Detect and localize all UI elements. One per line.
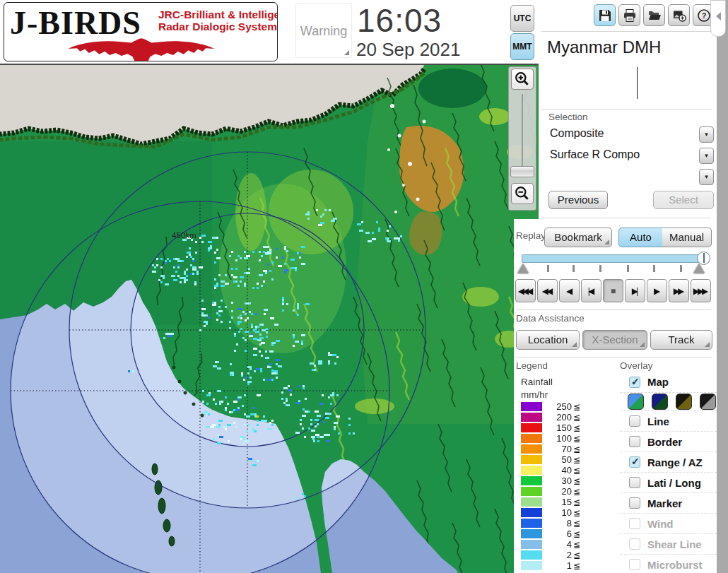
divider [541, 218, 711, 218]
step-last-button[interactable]: ▶| [625, 279, 645, 302]
legend-row: 1≦ [521, 560, 580, 571]
warning-button[interactable]: Warning [295, 3, 352, 58]
help-icon: ? [697, 8, 711, 23]
zoom-in-icon [515, 71, 530, 87]
legend-row: 4≦ [521, 539, 580, 550]
overlay-item-label: Lati / Long [647, 477, 701, 489]
lte-symbol: ≦ [573, 561, 580, 571]
legend-swatch [521, 529, 542, 538]
lte-symbol: ≦ [573, 434, 580, 444]
print-button[interactable] [618, 4, 640, 26]
dropdown-extra: ▼ [548, 167, 714, 187]
legend-swatch [521, 476, 542, 485]
legend-row: 6≦ [521, 528, 580, 539]
legend-row: 250≦ [521, 401, 580, 412]
location-button[interactable]: Location [516, 330, 580, 350]
step-first-button[interactable]: |◀ [581, 279, 601, 302]
zoom-in-button[interactable] [511, 69, 534, 90]
legend-swatch [521, 487, 542, 496]
lte-symbol: ≦ [573, 487, 580, 497]
legend-row: 150≦ [521, 423, 580, 433]
print-icon [623, 8, 637, 23]
save-button[interactable] [594, 4, 616, 26]
style-black-gray[interactable] [700, 394, 716, 410]
auto-mode-button[interactable]: Auto [618, 228, 663, 247]
overlay-row-range-az: Range / AZ [620, 451, 717, 472]
slider-tick [599, 265, 601, 272]
previous-button[interactable]: Previous [548, 191, 608, 209]
overlay-item-label: Wind [647, 518, 674, 530]
overlay-row-border: Border [620, 431, 717, 451]
legend-row: 8≦ [521, 518, 580, 528]
checkbox[interactable] [629, 377, 640, 388]
slider-tick [573, 265, 575, 272]
zoom-slider-track[interactable] [522, 94, 523, 166]
style-blue-green[interactable] [628, 394, 644, 410]
lte-symbol: ≦ [573, 529, 580, 539]
forward-button[interactable]: ▶▶ [669, 279, 689, 302]
play-button[interactable]: ▶ [647, 279, 667, 302]
collapse-arrow-icon [716, 12, 721, 20]
legend-value: 6 [542, 528, 572, 539]
zoom-out-button[interactable] [511, 183, 534, 204]
zoom-slider-thumb[interactable] [510, 166, 534, 177]
legend-swatch [521, 423, 542, 432]
lte-symbol: ≦ [573, 455, 580, 465]
checkbox[interactable] [629, 436, 640, 447]
checkbox[interactable] [629, 497, 640, 509]
rewind-button[interactable]: ◀◀ [537, 279, 558, 302]
lte-symbol: ≦ [573, 540, 580, 550]
select-button[interactable]: Select [653, 191, 714, 209]
checkbox[interactable] [629, 456, 640, 468]
replay-slider-track[interactable] [522, 254, 710, 263]
slider-tick [680, 265, 682, 272]
range-start-marker[interactable] [517, 264, 529, 273]
legend-row: 15≦ [521, 497, 580, 507]
overlay-item-label: Border [647, 436, 682, 448]
checkbox[interactable] [629, 415, 640, 427]
divider [517, 309, 711, 310]
sidebar-bottom: Replay Bookmark Auto Manual ◀◀◀◀◀◀|◀■▶|▶… [514, 219, 717, 573]
legend-swatch [521, 508, 542, 517]
open-folder-button[interactable] [643, 4, 665, 26]
play-back-button[interactable]: ◀ [559, 279, 580, 302]
legend-value: 4 [542, 539, 572, 550]
panel-collapse-tab[interactable] [710, 0, 726, 37]
chevron-down-icon[interactable]: ▼ [699, 126, 714, 143]
legend-swatch [521, 413, 542, 422]
listbox-divider [637, 67, 638, 99]
slider-tick [627, 265, 629, 272]
jbirds-logo: J-BIRDS JRC-Brilliant & Intelligent Rada… [4, 2, 278, 61]
chevron-down-icon[interactable]: ▼ [699, 148, 714, 164]
bookmark-button[interactable]: Bookmark [544, 228, 612, 247]
open-folder-icon [647, 8, 662, 23]
range-end-marker[interactable] [693, 264, 705, 273]
data-listbox[interactable] [546, 66, 714, 100]
legend-row: 50≦ [521, 454, 580, 465]
playback-controls: ◀◀◀◀◀◀|◀■▶|▶▶▶▶▶▶ [515, 279, 711, 302]
manual-mode-button[interactable]: Manual [662, 228, 712, 247]
capture-add-button[interactable] [668, 4, 690, 26]
logo-tagline-2: Radar Dialogic System [158, 20, 278, 33]
style-navy-darkgreen[interactable] [652, 394, 668, 410]
lte-symbol: ≦ [573, 402, 580, 412]
checkbox [629, 538, 640, 550]
legend-swatch [521, 434, 542, 443]
rewind-fast-button[interactable]: ◀◀◀ [515, 279, 536, 302]
clock-time: 16:03 [357, 1, 442, 40]
style-black-olive[interactable] [676, 394, 692, 410]
x-section-button[interactable]: X-Section [582, 330, 647, 350]
rainfall-legend: 250≦200≦150≦100≦70≦50≦40≦30≦20≦15≦10≦8≦6… [521, 401, 580, 571]
stop-button[interactable]: ■ [603, 279, 623, 302]
chevron-down-icon[interactable]: ▼ [699, 169, 714, 185]
legend-value: 8 [542, 518, 572, 528]
legend-row: 40≦ [521, 465, 580, 475]
data-assistance-label: Data Assistance [516, 313, 585, 324]
radar-map[interactable]: 450km [0, 65, 539, 573]
track-button[interactable]: Track [650, 330, 712, 350]
checkbox[interactable] [629, 477, 640, 488]
utc-toggle-button[interactable]: UTC [510, 5, 534, 32]
mmt-toggle-button[interactable]: MMT [510, 33, 534, 60]
overlay-row-map: Map [620, 372, 717, 392]
forward-fast-button[interactable]: ▶▶▶ [691, 279, 711, 302]
